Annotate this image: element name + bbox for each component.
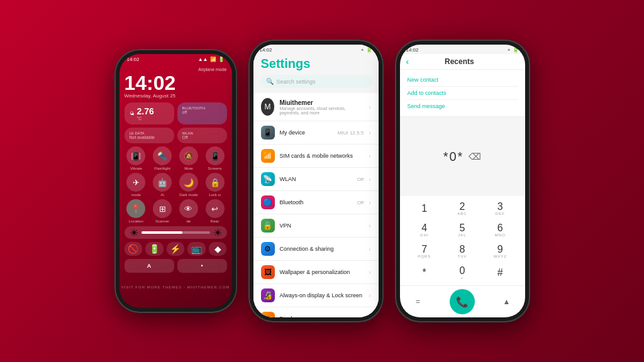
- scanner-btn[interactable]: ⊞: [153, 199, 172, 218]
- settings-item-wallpaper[interactable]: 🖼 Wallpaper & personalization ›: [253, 261, 379, 284]
- bluetooth-widget[interactable]: Bluetooth off: [177, 102, 227, 124]
- weather-widget[interactable]: 🌤 2.76 °C: [125, 102, 174, 124]
- bluetooth-chevron: ›: [369, 199, 370, 206]
- react-btn[interactable]: ↩: [206, 199, 225, 218]
- wlan-widget[interactable]: WLAN Off: [177, 128, 227, 143]
- battery-btn[interactable]: 🔋: [145, 242, 164, 256]
- ai-btn[interactable]: 🤖: [153, 173, 172, 192]
- mute-btn[interactable]: 🔕: [179, 146, 198, 165]
- settings-item-lockscreen[interactable]: 🔏 Always-on display & Lock screen ›: [253, 284, 379, 307]
- search-icon: 🔍: [266, 78, 274, 85]
- screens-btn[interactable]: 📱: [206, 146, 225, 165]
- dialer-key-8[interactable]: 8 TUV: [444, 241, 480, 261]
- quick-airplane[interactable]: ✈ mode: [125, 173, 148, 197]
- call-button[interactable]: 📞: [450, 289, 475, 314]
- quick-dark[interactable]: 🌙 Dark mode: [177, 173, 201, 197]
- settings-item-display[interactable]: ☀ Display ›: [253, 307, 379, 317]
- keyboard-key-dot[interactable]: •: [177, 259, 227, 273]
- phone-dialer: 14:02 + 🔋 ‹ Recents New contact Add to c…: [395, 40, 530, 322]
- quick-react[interactable]: ↩ Reac: [203, 199, 227, 223]
- phone-control-center: 14:02 ▲▲ 📶 🔋 Airplane mode 14:02 Wednesd…: [114, 49, 237, 313]
- dialer-screen: 14:02 + 🔋 ‹ Recents New contact Add to c…: [400, 45, 525, 317]
- quick-scanner[interactable]: ⊞ Scanner: [150, 199, 174, 223]
- weather-temp: 2.76: [137, 106, 154, 116]
- dark-btn[interactable]: 🌙: [179, 173, 198, 192]
- dialer-number: *0*: [443, 150, 464, 164]
- mobile-label: le data: [130, 131, 169, 135]
- dialer-header: ‹ Recents: [400, 54, 525, 70]
- lock-btn[interactable]: 🔒: [206, 173, 225, 192]
- wlan-settings-label: WLAN: [280, 176, 352, 182]
- settings-item-bluetooth[interactable]: 🔵 Bluetooth Off ›: [253, 191, 379, 214]
- dialer-status-icons: + 🔋: [508, 47, 519, 53]
- location-btn[interactable]: 📍: [126, 199, 145, 218]
- recent-add-contact[interactable]: Add to contacts: [408, 87, 518, 100]
- profile-section[interactable]: M Miuithemer Manage accounts, cloud serv…: [253, 93, 379, 121]
- dialer-key-9[interactable]: 9 WXYZ: [482, 241, 518, 261]
- quick-flashlight[interactable]: 🔦 Flashlight: [150, 146, 174, 170]
- dialer-bottom: = 📞 ▲: [400, 285, 525, 317]
- brightness-control[interactable]: ☀ ☀: [125, 226, 227, 239]
- settings-item-connection[interactable]: ⚙ Connection & sharing ›: [253, 238, 379, 261]
- dnd-btn[interactable]: 🚫: [125, 242, 143, 256]
- settings-item-sim[interactable]: 📶 SIM cards & mobile networks ›: [253, 145, 379, 168]
- voicemail-button[interactable]: =: [409, 293, 427, 310]
- gem-btn[interactable]: ◆: [209, 242, 227, 256]
- dialer-key-7[interactable]: 7 PQRS: [406, 241, 443, 261]
- display-icon: ☀: [261, 312, 275, 317]
- flashlight-label: Flashlight: [154, 167, 170, 170]
- settings-item-mydevice[interactable]: 📱 My device MIUI 12.5.5 ›: [253, 121, 379, 145]
- dialer-key-4[interactable]: 4 GHI: [406, 220, 443, 240]
- mobile-data-widget[interactable]: le data Not available: [125, 128, 174, 143]
- airplane-btn[interactable]: ✈: [126, 173, 145, 192]
- keyboard-key-a[interactable]: A: [125, 259, 174, 273]
- settings-search-bar[interactable]: 🔍 Search settings: [260, 75, 372, 88]
- flashlight-btn[interactable]: 🔦: [153, 146, 172, 165]
- quick-vibrate[interactable]: 📳 Vibrate: [125, 146, 148, 170]
- dialer-key-6[interactable]: 6 MNO: [482, 220, 518, 240]
- status-icons-1: ▲▲ 📶 🔋: [198, 57, 225, 62]
- wlan-settings-icon: 📡: [261, 172, 275, 186]
- flash-btn2[interactable]: ⚡: [167, 242, 185, 256]
- quick-eye[interactable]: 👁 de: [177, 199, 201, 223]
- scanner-label: Scanner: [155, 219, 169, 223]
- wallpaper-icon: 🖼: [261, 265, 275, 279]
- wlan-chevron: ›: [369, 176, 370, 183]
- dialer-key-3[interactable]: 3 DEF: [482, 199, 518, 219]
- connection-chevron: ›: [369, 246, 370, 253]
- dialer-key-1[interactable]: 1: [406, 199, 443, 219]
- call-icon: 📞: [456, 296, 469, 308]
- quick-screens[interactable]: 📱 Screens: [203, 146, 227, 170]
- recent-new-contact[interactable]: New contact: [408, 74, 518, 87]
- quick-ai[interactable]: 🤖 Ai: [150, 173, 174, 197]
- bluetooth-settings-icon: 🔵: [261, 195, 275, 209]
- settings-item-wlan[interactable]: 📡 WLAN Off ›: [253, 168, 379, 191]
- settings-title: Settings: [253, 54, 379, 75]
- quick-mute[interactable]: 🔕 Mute: [177, 146, 201, 170]
- dialer-key-2[interactable]: 2 ABC: [444, 199, 480, 219]
- mute-label: Mute: [184, 167, 192, 170]
- dialer-key-0[interactable]: 0 +: [444, 263, 480, 283]
- settings-item-vpn[interactable]: 🔒 VPN ›: [253, 214, 379, 238]
- dialer-key-star[interactable]: *: [406, 263, 443, 283]
- dialer-key-hash[interactable]: #: [482, 263, 518, 283]
- quick-lock[interactable]: 🔒 Lock si: [203, 173, 227, 197]
- cc-date: Wednesday, August 25: [125, 93, 227, 99]
- backspace-icon[interactable]: ⌫: [469, 151, 481, 162]
- recent-send-message[interactable]: Send message: [408, 100, 518, 112]
- dialer-status-time: 14:02: [406, 47, 419, 53]
- dialer-key-5[interactable]: 5 JKL: [444, 220, 480, 240]
- settings-screen: 14:02 + 🔋 Settings 🔍 Search settings M: [253, 45, 379, 317]
- quick-location[interactable]: 📍 Location: [125, 199, 148, 223]
- eye-btn[interactable]: 👁: [179, 199, 198, 218]
- brightness-track[interactable]: [142, 231, 210, 234]
- screens-label: Screens: [208, 167, 222, 170]
- lockscreen-icon: 🔏: [261, 288, 275, 302]
- screen-btn2[interactable]: 📺: [187, 242, 206, 256]
- vpn-icon: 🔒: [261, 219, 275, 233]
- control-center-screen: 14:02 ▲▲ 📶 🔋 Airplane mode 14:02 Wednesd…: [119, 54, 232, 308]
- expand-button[interactable]: ▲: [498, 293, 516, 310]
- vibrate-btn[interactable]: 📳: [126, 146, 145, 165]
- back-button[interactable]: ‹: [406, 57, 409, 67]
- bluetooth-settings-label: Bluetooth: [280, 199, 352, 206]
